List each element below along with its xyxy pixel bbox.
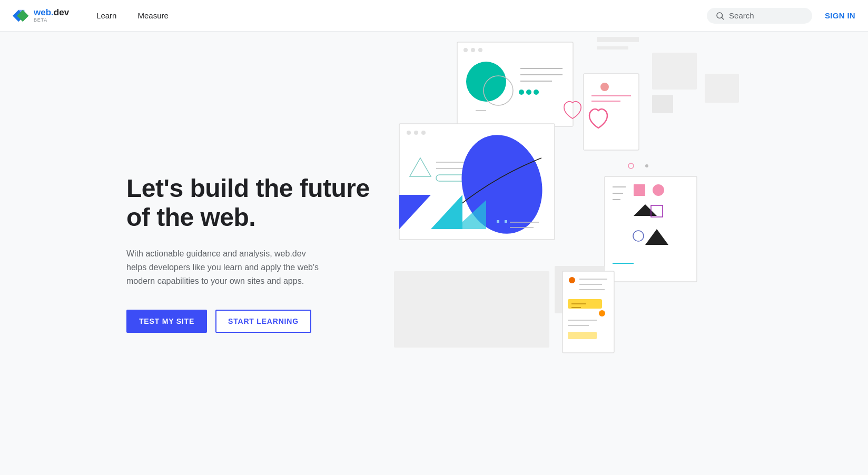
hero-subtitle: With actionable guidance and analysis, w…: [126, 247, 327, 289]
svg-rect-57: [394, 271, 549, 348]
svg-point-70: [628, 163, 634, 169]
svg-rect-18: [597, 37, 639, 42]
sign-in-button[interactable]: SIGN IN: [825, 11, 855, 20]
svg-point-66: [599, 310, 605, 316]
svg-rect-20: [584, 74, 639, 150]
svg-point-71: [645, 164, 648, 167]
logo-web: web: [34, 8, 51, 18]
svg-rect-41: [605, 176, 697, 282]
logo-icon: [13, 7, 29, 24]
svg-point-27: [414, 131, 418, 135]
test-my-site-button[interactable]: TEST MY SITE: [126, 310, 207, 333]
svg-rect-19: [597, 46, 628, 50]
svg-line-4: [722, 17, 723, 19]
svg-rect-69: [568, 332, 597, 339]
logo-beta: BETA: [34, 18, 69, 23]
start-learning-button[interactable]: START LEARNING: [215, 310, 311, 333]
hero-section: Let's build the future of the web. With …: [0, 32, 868, 475]
navbar: web . dev BETA Learn Measure Search SIGN…: [0, 0, 868, 32]
hero-content: Let's build the future of the web. With …: [126, 174, 390, 333]
illustration-svg: [394, 32, 868, 475]
svg-point-8: [478, 48, 482, 52]
svg-rect-54: [652, 95, 673, 113]
svg-point-6: [463, 48, 468, 52]
nav-learn[interactable]: Learn: [86, 0, 127, 32]
search-placeholder: Search: [729, 11, 754, 20]
search-bar[interactable]: Search: [707, 8, 812, 24]
svg-point-26: [407, 131, 411, 135]
svg-point-28: [421, 131, 426, 135]
svg-point-15: [526, 90, 531, 95]
svg-rect-45: [634, 184, 645, 196]
nav-measure[interactable]: Measure: [127, 0, 179, 32]
svg-rect-52: [652, 53, 697, 90]
svg-rect-58: [563, 271, 614, 353]
svg-point-21: [600, 83, 609, 91]
svg-point-14: [519, 90, 524, 95]
svg-rect-38: [505, 220, 507, 223]
svg-point-16: [534, 90, 539, 95]
logo[interactable]: web . dev BETA: [13, 7, 69, 24]
hero-illustration: [394, 32, 868, 475]
svg-rect-53: [705, 74, 739, 103]
svg-point-59: [569, 277, 575, 283]
hero-buttons: TEST MY SITE START LEARNING: [126, 310, 390, 333]
svg-point-7: [471, 48, 475, 52]
hero-title: Let's build the future of the web.: [126, 174, 390, 232]
svg-point-46: [653, 184, 664, 196]
search-icon: [715, 11, 725, 21]
svg-rect-37: [497, 220, 499, 223]
logo-dev: dev: [54, 8, 69, 18]
